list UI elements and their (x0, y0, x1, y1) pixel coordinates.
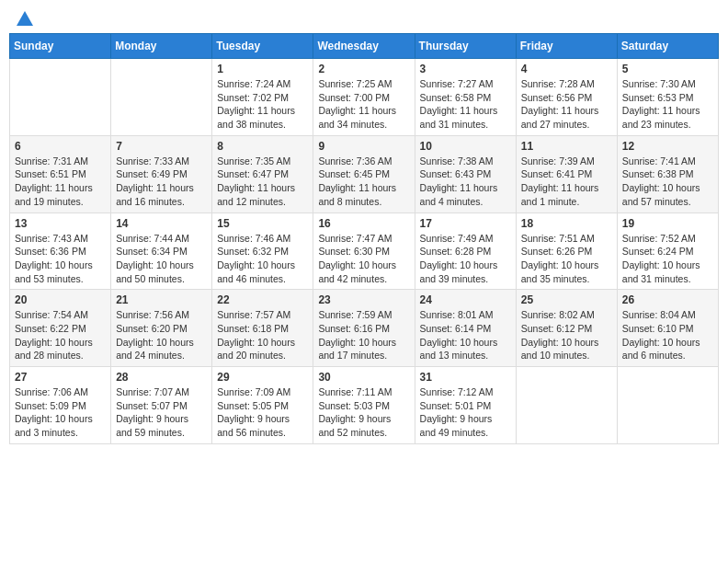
day-info: Sunrise: 7:25 AM Sunset: 7:00 PM Dayligh… (318, 77, 409, 132)
calendar-cell: 13 Sunrise: 7:43 AM Sunset: 6:36 PM Dayl… (10, 213, 111, 290)
sunrise-text: Sunrise: 7:25 AM (318, 78, 392, 89)
sunset-text: Sunset: 6:41 PM (521, 168, 593, 179)
weekday-header-saturday: Saturday (617, 34, 718, 59)
calendar-cell (516, 367, 617, 444)
sunset-text: Sunset: 6:58 PM (420, 92, 492, 103)
sunset-text: Sunset: 6:12 PM (521, 323, 593, 334)
day-number: 6 (15, 140, 106, 153)
daylight-text: Daylight: 11 hours and 34 minutes. (318, 105, 396, 130)
sunset-text: Sunset: 6:49 PM (116, 168, 188, 179)
sunrise-text: Sunrise: 8:04 AM (622, 309, 696, 320)
daylight-text: Daylight: 9 hours and 59 minutes. (116, 413, 188, 438)
day-number: 8 (217, 140, 308, 153)
page-header (9, 9, 719, 26)
day-info: Sunrise: 7:36 AM Sunset: 6:45 PM Dayligh… (318, 155, 409, 209)
day-number: 14 (116, 217, 207, 230)
weekday-header-thursday: Thursday (415, 34, 516, 59)
day-info: Sunrise: 7:57 AM Sunset: 6:18 PM Dayligh… (217, 308, 308, 362)
calendar-cell: 27 Sunrise: 7:06 AM Sunset: 5:09 PM Dayl… (10, 367, 111, 444)
sunset-text: Sunset: 7:00 PM (318, 92, 390, 103)
daylight-text: Daylight: 10 hours and 10 minutes. (521, 337, 599, 362)
day-number: 12 (622, 140, 713, 153)
day-info: Sunrise: 7:24 AM Sunset: 7:02 PM Dayligh… (217, 77, 308, 132)
sunset-text: Sunset: 6:38 PM (622, 168, 694, 179)
daylight-text: Daylight: 10 hours and 28 minutes. (15, 337, 93, 362)
day-info: Sunrise: 7:47 AM Sunset: 6:30 PM Dayligh… (318, 232, 409, 286)
daylight-text: Daylight: 10 hours and 17 minutes. (318, 337, 396, 362)
day-info: Sunrise: 7:27 AM Sunset: 6:58 PM Dayligh… (420, 77, 511, 132)
calendar-cell: 22 Sunrise: 7:57 AM Sunset: 6:18 PM Dayl… (212, 290, 313, 367)
day-info: Sunrise: 7:43 AM Sunset: 6:36 PM Dayligh… (15, 232, 106, 286)
calendar-cell: 10 Sunrise: 7:38 AM Sunset: 6:43 PM Dayl… (415, 135, 516, 213)
daylight-text: Daylight: 10 hours and 50 minutes. (116, 259, 194, 284)
daylight-text: Daylight: 11 hours and 23 minutes. (622, 105, 700, 130)
sunrise-text: Sunrise: 7:41 AM (622, 155, 696, 167)
sunrise-text: Sunrise: 7:39 AM (521, 155, 595, 167)
weekday-header-sunday: Sunday (10, 34, 111, 59)
svg-marker-0 (17, 11, 33, 26)
daylight-text: Daylight: 10 hours and 35 minutes. (521, 259, 599, 284)
day-number: 4 (521, 63, 612, 75)
calendar-cell: 4 Sunrise: 7:28 AM Sunset: 6:56 PM Dayli… (516, 59, 617, 136)
daylight-text: Daylight: 11 hours and 19 minutes. (15, 182, 93, 207)
sunset-text: Sunset: 7:02 PM (217, 92, 289, 103)
calendar-cell: 7 Sunrise: 7:33 AM Sunset: 6:49 PM Dayli… (111, 135, 212, 213)
sunrise-text: Sunrise: 7:31 AM (15, 155, 88, 167)
calendar-cell: 21 Sunrise: 7:56 AM Sunset: 6:20 PM Dayl… (111, 290, 212, 367)
calendar-cell: 25 Sunrise: 8:02 AM Sunset: 6:12 PM Dayl… (516, 290, 617, 367)
sunset-text: Sunset: 6:14 PM (420, 323, 492, 334)
calendar-cell: 1 Sunrise: 7:24 AM Sunset: 7:02 PM Dayli… (212, 59, 313, 136)
calendar-table: SundayMondayTuesdayWednesdayThursdayFrid… (9, 33, 719, 444)
sunrise-text: Sunrise: 7:49 AM (420, 233, 494, 244)
day-number: 24 (420, 293, 511, 306)
calendar-cell: 23 Sunrise: 7:59 AM Sunset: 6:16 PM Dayl… (313, 290, 415, 367)
day-info: Sunrise: 7:51 AM Sunset: 6:26 PM Dayligh… (521, 232, 612, 286)
sunset-text: Sunset: 6:24 PM (622, 246, 694, 257)
day-info: Sunrise: 8:04 AM Sunset: 6:10 PM Dayligh… (622, 308, 713, 362)
sunrise-text: Sunrise: 7:09 AM (217, 386, 290, 397)
sunrise-text: Sunrise: 7:33 AM (116, 155, 189, 167)
sunrise-text: Sunrise: 7:52 AM (622, 233, 696, 244)
day-number: 11 (521, 140, 612, 153)
calendar-cell: 28 Sunrise: 7:07 AM Sunset: 5:07 PM Dayl… (111, 367, 212, 444)
sunset-text: Sunset: 6:30 PM (318, 246, 390, 257)
daylight-text: Daylight: 10 hours and 46 minutes. (217, 259, 295, 284)
day-number: 10 (420, 140, 511, 153)
sunset-text: Sunset: 5:03 PM (318, 400, 390, 411)
sunset-text: Sunset: 6:53 PM (622, 92, 694, 103)
week-row-1: 1 Sunrise: 7:24 AM Sunset: 7:02 PM Dayli… (10, 59, 719, 136)
sunset-text: Sunset: 6:47 PM (217, 168, 289, 179)
sunset-text: Sunset: 5:07 PM (116, 400, 188, 411)
daylight-text: Daylight: 10 hours and 20 minutes. (217, 337, 295, 362)
day-number: 31 (420, 371, 511, 384)
sunrise-text: Sunrise: 7:12 AM (420, 386, 494, 397)
day-number: 30 (318, 371, 409, 384)
daylight-text: Daylight: 10 hours and 24 minutes. (116, 337, 194, 362)
sunset-text: Sunset: 6:51 PM (15, 168, 86, 179)
calendar-cell (111, 59, 212, 136)
sunrise-text: Sunrise: 7:38 AM (420, 155, 494, 167)
day-number: 15 (217, 217, 308, 230)
day-info: Sunrise: 7:07 AM Sunset: 5:07 PM Dayligh… (116, 385, 207, 440)
sunset-text: Sunset: 6:18 PM (217, 323, 289, 334)
calendar-cell: 20 Sunrise: 7:54 AM Sunset: 6:22 PM Dayl… (10, 290, 111, 367)
daylight-text: Daylight: 9 hours and 52 minutes. (318, 413, 391, 438)
day-number: 23 (318, 293, 409, 306)
calendar-cell: 24 Sunrise: 8:01 AM Sunset: 6:14 PM Dayl… (415, 290, 516, 367)
day-number: 3 (420, 63, 511, 75)
calendar-cell: 6 Sunrise: 7:31 AM Sunset: 6:51 PM Dayli… (10, 135, 111, 213)
sunrise-text: Sunrise: 7:57 AM (217, 309, 290, 320)
daylight-text: Daylight: 11 hours and 4 minutes. (420, 182, 498, 207)
sunset-text: Sunset: 6:56 PM (521, 92, 593, 103)
day-number: 27 (15, 371, 106, 384)
calendar-cell: 8 Sunrise: 7:35 AM Sunset: 6:47 PM Dayli… (212, 135, 313, 213)
day-info: Sunrise: 8:01 AM Sunset: 6:14 PM Dayligh… (420, 308, 511, 362)
day-number: 7 (116, 140, 207, 153)
daylight-text: Daylight: 9 hours and 56 minutes. (217, 413, 290, 438)
sunset-text: Sunset: 5:05 PM (217, 400, 289, 411)
day-info: Sunrise: 7:54 AM Sunset: 6:22 PM Dayligh… (15, 308, 106, 362)
day-number: 19 (622, 217, 713, 230)
calendar-cell: 26 Sunrise: 8:04 AM Sunset: 6:10 PM Dayl… (617, 290, 718, 367)
day-info: Sunrise: 7:31 AM Sunset: 6:51 PM Dayligh… (15, 155, 106, 209)
weekday-header-tuesday: Tuesday (212, 34, 313, 59)
